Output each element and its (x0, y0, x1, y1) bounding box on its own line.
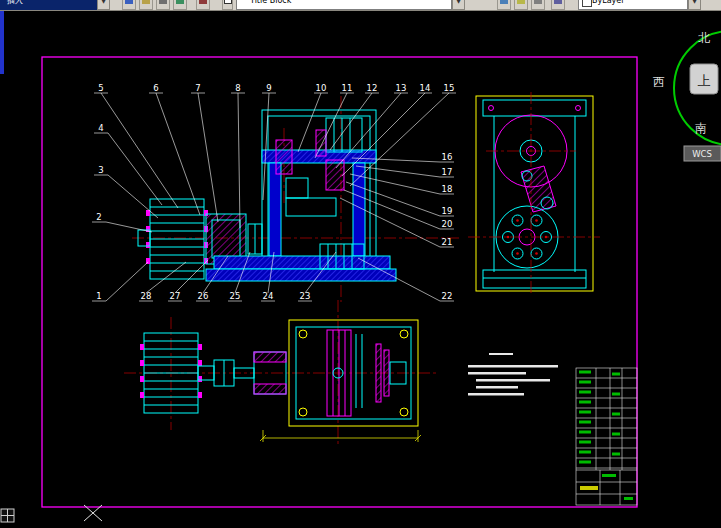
toolbar-icon-c[interactable] (156, 0, 170, 10)
callout-6: 6 (153, 83, 158, 93)
side-view (468, 92, 600, 296)
callout-3: 3 (98, 165, 103, 175)
callout-17: 17 (442, 167, 453, 177)
callout-9: 9 (266, 83, 271, 93)
block-combo-dropdown-icon[interactable]: ▼ (452, 0, 465, 10)
wcs-label: WCS (692, 149, 712, 159)
title-block-text-marks (579, 371, 633, 501)
callout-12: 12 (367, 83, 378, 93)
left-panel-edge (0, 10, 4, 74)
callout-14: 14 (420, 83, 431, 93)
callout-22: 22 (442, 291, 453, 301)
callout-7: 7 (195, 83, 200, 93)
callout-13: 13 (396, 83, 407, 93)
technical-notes (468, 353, 558, 396)
callout-16: 16 (442, 152, 453, 162)
insert-menu-dropdown-icon[interactable]: ▼ (97, 0, 110, 10)
color-swatch (582, 0, 592, 7)
callout-21: 21 (442, 237, 453, 247)
callout-5: 5 (98, 83, 103, 93)
callout-1: 1 (96, 291, 101, 301)
callout-20: 20 (442, 219, 453, 229)
color-combo-value: ByLayer (592, 0, 625, 5)
callout-18: 18 (442, 184, 453, 194)
callout-25: 25 (230, 291, 241, 301)
callout-23: 23 (300, 291, 311, 301)
grid-origin-icon (1, 509, 14, 522)
sheet-border (42, 57, 637, 507)
callout-4: 4 (98, 123, 103, 133)
insert-menu[interactable]: 插入 (0, 0, 97, 10)
callout-10: 10 (316, 83, 327, 93)
bottom-view (124, 300, 436, 444)
block-combo[interactable]: Title Block (236, 0, 452, 10)
insert-menu-label: 插入 (7, 0, 23, 5)
color-combo-dropdown-icon[interactable]: ▼ (688, 0, 701, 10)
color-combo[interactable]: ByLayer (578, 0, 688, 10)
viewcube-west-label[interactable]: 西 (653, 75, 665, 89)
toolbar-icon-d[interactable] (173, 0, 187, 10)
block-icon[interactable] (222, 0, 233, 10)
toolbar-icon-b[interactable] (139, 0, 153, 10)
callout-26: 26 (198, 291, 209, 301)
drawing-canvas[interactable]: 5 6 7 8 9 10 11 12 13 14 15 4 3 2 1 28 2… (0, 0, 721, 528)
callout-27: 27 (170, 291, 181, 301)
viewcube-north-label[interactable]: 北 (698, 31, 710, 45)
viewcube-south-label[interactable]: 南 (695, 121, 707, 135)
toolbar-icon-a[interactable] (122, 0, 136, 10)
viewcube-up-label: 上 (698, 73, 711, 88)
toolbar: 插入 ▼ Title Block ▼ ByLayer ▼ (0, 0, 721, 11)
toolbar-icon-h[interactable] (531, 0, 545, 10)
block-combo-value: Title Block (250, 0, 291, 5)
toolbar-icon-e[interactable] (196, 0, 210, 10)
toolbar-icon-g[interactable] (514, 0, 528, 10)
callout-28: 28 (141, 291, 152, 301)
callout-11: 11 (342, 83, 353, 93)
callout-15: 15 (444, 83, 455, 93)
callout-8: 8 (235, 83, 240, 93)
viewcube[interactable]: 北 西 南 上 WCS (653, 31, 721, 161)
toolbar-icon-f[interactable] (497, 0, 511, 10)
callout-2: 2 (96, 212, 101, 222)
title-block (576, 368, 637, 505)
callout-19: 19 (442, 206, 453, 216)
toolbar-icon-i[interactable] (551, 0, 565, 10)
